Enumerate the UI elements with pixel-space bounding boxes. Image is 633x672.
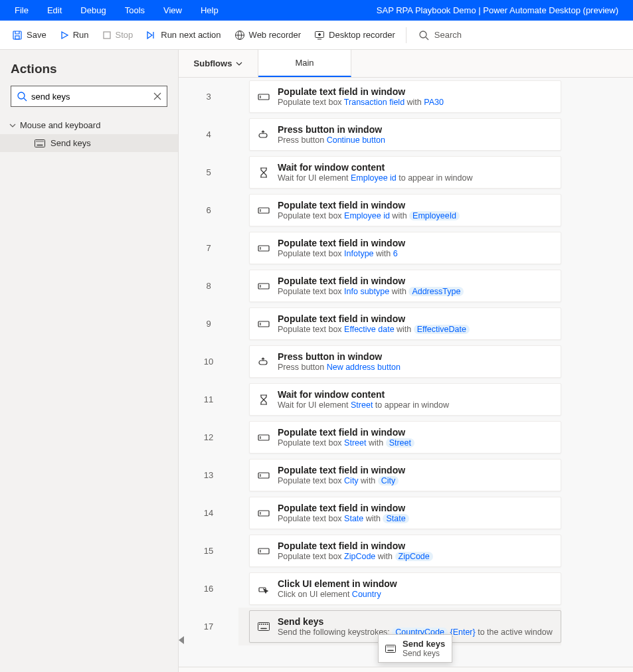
textbox-icon <box>258 469 270 481</box>
step-number: 5 <box>179 153 238 191</box>
desktop-recorder-button[interactable]: Desktop recorder <box>308 21 402 49</box>
press-icon <box>258 129 270 141</box>
step-number: 3 <box>179 78 238 116</box>
web-recorder-button[interactable]: Web recorder <box>228 21 308 49</box>
step-title: Wait for window content <box>278 389 449 400</box>
svg-rect-29 <box>258 246 269 251</box>
keyboard-icon <box>35 139 45 147</box>
menu-edit[interactable]: Edit <box>38 0 71 21</box>
svg-rect-35 <box>259 361 267 365</box>
clear-search-icon[interactable] <box>153 92 161 100</box>
svg-point-10 <box>420 31 426 38</box>
flow-step[interactable]: 8Populate text field in windowPopulate t… <box>238 267 561 305</box>
chevron-down-icon <box>9 122 16 129</box>
menubar: File Edit Debug Tools View Help SAP RPA … <box>0 0 633 21</box>
run-button[interactable]: Run <box>53 21 96 49</box>
step-number: 16 <box>179 570 238 608</box>
stop-button[interactable]: Stop <box>96 21 140 49</box>
step-card[interactable]: Populate text field in windowPopulate te… <box>249 194 561 226</box>
step-title: Populate text field in window <box>278 238 405 248</box>
flow-step[interactable]: 10Press button in windowPress button New… <box>238 343 561 380</box>
flow-step[interactable]: 13Populate text field in windowPopulate … <box>238 456 561 494</box>
step-number: 15 <box>179 532 238 570</box>
subflows-dropdown[interactable]: Subflows <box>179 50 258 77</box>
textbox-icon <box>258 91 270 103</box>
step-description: Press button Continue button <box>278 135 385 145</box>
step-title: Populate text field in window <box>278 86 444 97</box>
step-description: Populate text box Street with Street <box>278 438 414 448</box>
step-card[interactable]: Press button in windowPress button New a… <box>249 345 561 378</box>
step-card[interactable]: Populate text field in windowPopulate te… <box>249 80 561 113</box>
toolbar-search[interactable]: Search <box>410 30 462 41</box>
run-next-button[interactable]: Run next action <box>139 21 227 49</box>
svg-rect-2 <box>104 32 110 39</box>
flow-step[interactable]: 7Populate text field in windowPopulate t… <box>238 229 561 267</box>
flow-step[interactable]: 6Populate text field in windowPopulate t… <box>238 191 561 229</box>
step-card[interactable]: Populate text field in windowPopulate te… <box>249 232 561 264</box>
step-description: Populate text box Info subtype with Addr… <box>278 287 464 296</box>
step-number: 4 <box>179 116 238 153</box>
flow-step[interactable]: 9Populate text field in windowPopulate t… <box>238 305 561 343</box>
step-card[interactable]: Populate text field in windowPopulate te… <box>249 307 561 340</box>
menu-view[interactable]: View <box>154 0 191 21</box>
step-card[interactable]: Press button in windowPress button Conti… <box>249 118 561 151</box>
step-description: Populate text box City with City <box>278 476 405 485</box>
step-card[interactable]: Populate text field in windowPopulate te… <box>249 421 561 454</box>
step-card[interactable]: Click UI element in windowClick on UI el… <box>249 572 561 605</box>
save-button[interactable]: Save <box>5 21 53 49</box>
svg-rect-40 <box>258 511 269 516</box>
actions-search-box[interactable] <box>11 86 167 107</box>
stop-icon <box>102 31 112 40</box>
subflows-label: Subflows <box>194 58 232 68</box>
menu-debug[interactable]: Debug <box>71 0 115 21</box>
run-next-label: Run next action <box>161 30 221 40</box>
svg-point-49 <box>265 624 266 624</box>
step-title: Press button in window <box>278 124 385 135</box>
flow-step[interactable]: 11Wait for window contentWait for UI ele… <box>238 380 561 418</box>
actions-sidebar: Actions Mouse and keyboard Send keys <box>0 50 179 672</box>
flow-step[interactable]: 16Click UI element in windowClick on UI … <box>238 570 561 608</box>
tree-group-mouse-keyboard[interactable]: Mouse and keyboard <box>0 116 178 134</box>
chevron-down-icon <box>236 60 242 67</box>
menu-help[interactable]: Help <box>191 0 228 21</box>
workspace: Subflows Main 3Populate text field in wi… <box>179 50 633 672</box>
run-label: Run <box>73 30 89 40</box>
step-card[interactable]: Populate text field in windowPopulate te… <box>249 535 561 567</box>
menu-tools[interactable]: Tools <box>116 0 154 21</box>
tab-main[interactable]: Main <box>258 50 351 77</box>
step-title: Populate text field in window <box>278 541 433 551</box>
flow-step[interactable]: 5Wait for window contentWait for UI elem… <box>238 153 561 191</box>
svg-point-48 <box>263 624 264 624</box>
flow-step[interactable]: 12Populate text field in windowPopulate … <box>238 418 561 456</box>
step-card[interactable]: Wait for window contentWait for UI eleme… <box>249 156 561 189</box>
tab-label: Main <box>295 58 314 68</box>
desktop-recorder-label: Desktop recorder <box>329 30 395 40</box>
step-number: 11 <box>179 380 238 418</box>
step-description: Click on UI element Country <box>278 590 397 599</box>
step-description: Populate text box Effective date with Ef… <box>278 325 470 334</box>
action-send-keys[interactable]: Send keys <box>0 134 178 152</box>
svg-rect-24 <box>258 94 269 100</box>
menu-file[interactable]: File <box>5 0 38 21</box>
actions-search-input[interactable] <box>27 92 153 102</box>
svg-rect-27 <box>258 208 269 213</box>
textbox-icon <box>258 507 270 519</box>
flow-step[interactable]: 4Press button in windowPress button Cont… <box>238 116 561 153</box>
step-card[interactable]: Populate text field in windowPopulate te… <box>249 497 561 529</box>
step-title: Populate text field in window <box>278 313 470 324</box>
flow-step[interactable]: 14Populate text field in windowPopulate … <box>238 494 561 532</box>
step-card[interactable]: Populate text field in windowPopulate te… <box>249 270 561 302</box>
step-number: 8 <box>179 267 238 305</box>
scroll-left-indicator[interactable] <box>179 636 187 644</box>
step-card[interactable]: Wait for window contentWait for UI eleme… <box>249 383 561 416</box>
status-bar <box>179 667 633 672</box>
textbox-icon <box>258 545 270 557</box>
svg-point-12 <box>18 92 25 99</box>
svg-line-11 <box>426 37 428 40</box>
step-card[interactable]: Populate text field in windowPopulate te… <box>249 459 561 491</box>
toolbar-search-label: Search <box>434 30 462 40</box>
step-title: Populate text field in window <box>278 200 460 210</box>
flow-step[interactable]: 15Populate text field in windowPopulate … <box>238 532 561 570</box>
flow-step[interactable]: 3Populate text field in windowPopulate t… <box>238 78 561 116</box>
svg-rect-36 <box>258 435 269 440</box>
